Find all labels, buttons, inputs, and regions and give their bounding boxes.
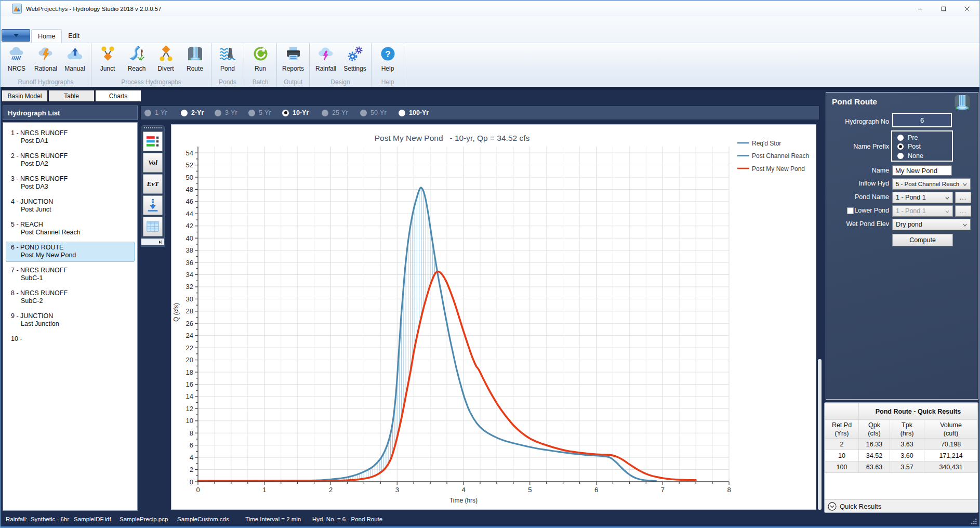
column-header-line2: (cuft) [924,429,977,438]
name-prefix-option-none[interactable]: None [897,151,952,161]
list-item[interactable]: 7 - NRCS RUNOFFSubC-1 [6,265,135,285]
status-item: SampleIDF.idf [74,516,111,522]
list-item[interactable]: 1 - NRCS RUNOFFPost DA1 [6,127,135,148]
junct-button[interactable]: Junct [93,45,122,72]
hydrograph-no-value: 6 [920,116,924,124]
list-item[interactable]: 2 - NRCS RUNOFFPost DA2 [6,150,135,170]
hydrograph-list: 1 - NRCS RUNOFFPost DA12 - NRCS RUNOFFPo… [3,122,138,511]
y-tick-label: 28 [186,307,193,315]
ribbon-tab-edit[interactable]: Edit [62,29,86,43]
inflow-hyd-select[interactable]: 5 - Post Channel Reach [892,178,971,190]
list-item[interactable]: 6 - POND ROUTEPost My New Pond [6,242,135,262]
list-item[interactable]: 9 - JUNCTIONLast Junction [6,310,135,331]
lower-pond-select[interactable]: 1 - Pond 1 [892,205,953,217]
ribbon-button-label: Divert [157,65,174,72]
hydrograph-item-type: 1 - NRCS RUNOFF [11,129,134,137]
quick-results-footer[interactable]: Quick Results [825,499,978,512]
list-item[interactable]: 8 - NRCS RUNOFFSubC-2 [6,287,135,308]
hydrograph-no-field[interactable]: 6 [892,113,952,127]
lower-pond-browse-button[interactable]: ... [955,205,971,217]
name-prefix-option-post[interactable]: Post [897,142,952,152]
list-item[interactable]: 4 - JUNCTIONPost Junct [6,196,135,216]
list-item[interactable]: 10 - [6,333,135,346]
nrcs-button[interactable]: NRCS [2,45,31,72]
route-button[interactable]: Route [180,45,209,72]
return-period-2-yr[interactable]: 2-Yr [181,106,204,120]
hydrograph-item-type: 6 - POND ROUTE [11,244,134,252]
run-button[interactable]: Run [246,45,275,72]
wet-pond-elev-select[interactable]: Dry pond [892,219,971,230]
y-tick-label: 48 [186,186,193,193]
y-tick-label: 34 [186,271,193,279]
chart-splitter-handle[interactable] [818,359,822,510]
radio-icon [144,110,151,116]
chart-title: Post My New Pond - 10-yr, Qp = 34.52 cfs [375,134,530,142]
x-tick-label: 4 [461,486,465,494]
ribbon-tab-home[interactable]: Home [31,29,62,43]
pond-button[interactable]: Pond [213,45,242,72]
name-input[interactable] [892,165,952,176]
name-prefix-option-pre[interactable]: Pre [897,133,952,142]
ribbon-button-label: Junct [100,65,115,72]
tab-basin-model[interactable]: Basin Model [2,90,47,101]
maximize-icon[interactable] [932,1,955,17]
reach-icon [128,45,145,64]
compute-label: Compute [909,236,936,244]
rational-button[interactable]: Rational [31,45,60,72]
ribbon-group-label: Output [279,78,308,87]
ribbon-group-items: Run [246,43,275,78]
chart-toolbar-buttons: VolEvT [143,130,163,236]
name-prefix-option-label: Pre [908,134,918,141]
export-arrow-icon [145,198,160,213]
hydrograph-item-name: Post Channel Reach [11,229,134,236]
rainfall-button[interactable]: Rainfall [311,45,340,72]
export-arrow-button[interactable] [143,195,163,215]
reports-button[interactable]: Reports [279,45,308,72]
return-period-10-yr[interactable]: 10-Yr [282,106,309,120]
y-tick-label: 20 [186,356,193,364]
titlebar: WebProject.hys - Hydrology Studio 2018 v… [1,1,979,16]
toolbar-expander[interactable] [141,239,164,245]
table-row[interactable]: 216.333.6370,198 [825,439,978,450]
ribbon-group-batch: RunBatch [244,43,277,87]
tab-charts[interactable]: Charts [96,90,141,101]
list-item[interactable]: 5 - REACHPost Channel Reach [6,219,135,239]
tab-table[interactable]: Table [49,90,94,101]
reach-button[interactable]: Reach [122,45,151,72]
evt-button[interactable]: EvT [143,174,163,194]
close-icon[interactable] [955,1,978,17]
table-row[interactable]: 1034.523.60171,214 [825,450,978,461]
table-cell: 63.63 [859,461,890,473]
help-button[interactable]: ?Help [373,45,402,72]
pond-name-select[interactable]: 1 - Pond 1 [892,192,953,203]
name-prefix-option-label: None [908,152,923,160]
return-period-100-yr[interactable]: 100-Yr [399,106,429,120]
data-table-button[interactable] [143,217,163,236]
hydrograph-list-title: Hydrograph List [8,109,60,117]
toolbar-grip-handle[interactable] [144,126,162,130]
list-item[interactable]: 3 - NRCS RUNOFFPost DA3 [6,173,135,193]
radio-icon [360,110,367,116]
table-cell: 171,214 [924,450,978,461]
resize-grip[interactable] [970,518,977,525]
vol-button[interactable]: Vol [143,153,163,173]
table-cell: 70,198 [924,439,978,450]
chevron-down-circle-icon [828,502,837,511]
settings-button[interactable]: Settings [340,45,369,72]
data-table-icon [145,219,160,234]
manual-button[interactable]: Manual [60,45,89,72]
y-tick-label: 40 [186,234,193,242]
table-cell: 3.57 [890,461,924,473]
pond-name-browse-button[interactable]: ... [955,192,971,203]
compute-button[interactable]: Compute [892,234,953,246]
table-row[interactable]: 10063.633.57340,431 [825,461,978,473]
divert-button[interactable]: Divert [151,45,180,72]
minimize-icon[interactable] [908,1,932,17]
inflow-hyd-label: Inflow Hyd [828,180,889,187]
backstage-menu-button[interactable] [2,29,30,42]
column-header-tpk: Tpk(hrs) [890,420,924,439]
x-axis-label: Time (hrs) [449,497,478,504]
chart-legend-button[interactable] [143,131,163,151]
y-tick-label: 18 [186,368,193,376]
window-title: WebProject.hys - Hydrology Studio 2018 v… [26,6,162,12]
